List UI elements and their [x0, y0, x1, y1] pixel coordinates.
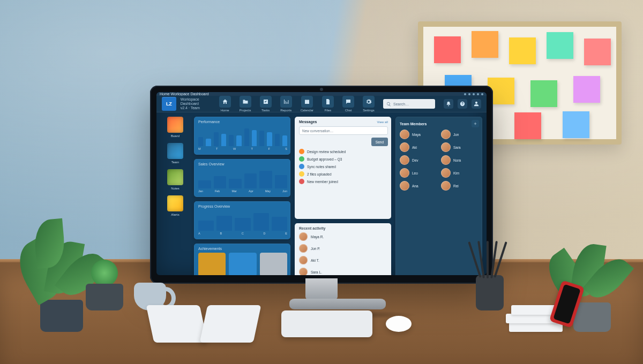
toolbar-calendar[interactable]: Calendar	[301, 96, 313, 112]
card-sales[interactable]: Sales Overview JanFebMarAprMayJun	[194, 159, 290, 197]
message-text: New member joined	[307, 180, 338, 184]
app-toolbar: LZ Workspace Dashboard v2.4 · Team Home …	[156, 96, 487, 112]
send-button[interactable]: Send	[371, 138, 388, 146]
avatar	[299, 268, 308, 275]
message-row[interactable]: Design review scheduled	[299, 149, 388, 154]
add-member-button[interactable]	[472, 120, 479, 127]
notifications-button[interactable]	[444, 99, 453, 109]
menubar-status-icons	[464, 93, 483, 95]
status-dot-icon	[299, 164, 304, 169]
status-dot-icon	[299, 171, 304, 177]
card-achievements[interactable]: Achievements	[194, 244, 290, 275]
avatar	[299, 232, 308, 241]
bar	[259, 131, 264, 146]
sidebar-item-notes[interactable]: Notes	[167, 169, 183, 190]
activity-person[interactable]: Aki T.	[299, 256, 388, 264]
team-member[interactable]: Aki	[400, 142, 438, 152]
member-name: Leo	[412, 171, 418, 175]
sidebar-item-team[interactable]: Team	[167, 143, 183, 164]
bar	[252, 130, 257, 146]
sidebar-item-board[interactable]: Board	[167, 117, 183, 138]
team-member[interactable]: Jon	[441, 130, 479, 139]
badge-row	[198, 253, 287, 275]
axis-tick: Feb	[215, 189, 220, 193]
compose-input[interactable]: New conversation…	[299, 126, 388, 135]
file-icon	[322, 96, 334, 108]
toolbar-tasks[interactable]: Tasks	[260, 96, 272, 112]
brand-subtitle: Workspace Dashboard v2.4 · Team	[181, 97, 211, 110]
avatar	[441, 130, 451, 139]
activity-person[interactable]: Maya R.	[299, 232, 388, 241]
sidebar-item-alerts[interactable]: Alerts	[167, 195, 183, 216]
toolbar-files[interactable]: Files	[322, 96, 334, 112]
toolbar-items: Home Projects Tasks Reports Calendar	[219, 96, 375, 112]
search-input[interactable]: Search…	[383, 99, 435, 109]
team-member[interactable]: Leo	[400, 168, 438, 178]
badge-silver-icon	[260, 253, 287, 275]
card-performance[interactable]: Performance MTWTFS	[194, 117, 290, 155]
axis-tick: Apr	[249, 189, 253, 193]
card-team: Team Members MayaJonAkiSaraDevNoraLeoKim…	[395, 117, 482, 275]
chart-icon	[280, 96, 292, 108]
avatar	[400, 142, 409, 152]
team-member[interactable]: Sara	[441, 142, 479, 152]
team-member[interactable]: Rei	[441, 181, 479, 191]
team-member[interactable]: Kim	[441, 168, 479, 178]
axis-tick: Jan	[198, 189, 203, 193]
view-all-link[interactable]: View all	[377, 120, 388, 124]
avatar	[400, 181, 409, 191]
sticky-note	[472, 31, 498, 58]
activity-person[interactable]: Jon P.	[299, 244, 388, 253]
bar	[229, 179, 242, 188]
card-title: Sales Overview	[198, 162, 287, 166]
app-window: Home Workspace Dashboard LZ Workspace Da…	[156, 92, 487, 275]
toolbar-settings[interactable]: Settings	[363, 96, 375, 112]
activity-person[interactable]: Sara L.	[299, 268, 388, 275]
toolbar-projects[interactable]: Projects	[240, 96, 251, 112]
bar	[253, 213, 269, 231]
team-member[interactable]: Dev	[400, 155, 438, 165]
message-row[interactable]: New member joined	[299, 179, 388, 184]
search-icon	[386, 102, 391, 107]
bar-chart-sales	[198, 168, 287, 188]
toolbar-label: Tasks	[261, 109, 270, 112]
sticky-note	[573, 76, 600, 103]
bar	[235, 218, 250, 231]
message-row[interactable]: Sync notes shared	[299, 164, 388, 169]
axis-tick: C	[242, 232, 244, 235]
help-button[interactable]	[458, 99, 467, 109]
card-title: Progress Overview	[198, 204, 287, 208]
message-row[interactable]: Budget approved – Q3	[299, 156, 388, 162]
bell-icon	[446, 101, 451, 107]
bar-chart-performance	[198, 126, 287, 146]
toolbar-chat[interactable]: Chat	[342, 96, 354, 112]
axis-tick: T	[216, 147, 218, 150]
bar	[244, 128, 249, 146]
team-member[interactable]: Maya	[400, 130, 438, 139]
bar	[221, 134, 226, 146]
profile-button[interactable]	[472, 99, 481, 109]
card-progress[interactable]: Progress Overview ABCDE	[194, 201, 290, 239]
sticky-note	[434, 36, 461, 63]
brand-logo[interactable]: LZ	[162, 97, 176, 111]
bar	[198, 221, 214, 231]
folder-icon	[240, 96, 251, 108]
activity-people: Maya R.Jon P.Aki T.Sara L.	[299, 232, 388, 275]
search-placeholder: Search…	[393, 102, 409, 106]
team-member[interactable]: Nora	[441, 155, 479, 165]
team-member[interactable]: Ana	[400, 181, 438, 191]
toolbar-home[interactable]: Home	[219, 96, 231, 112]
message-text: 2 files uploaded	[307, 172, 332, 176]
toolbar-reports[interactable]: Reports	[280, 96, 292, 112]
message-row[interactable]: 2 files uploaded	[299, 171, 388, 177]
status-dot-icon	[299, 149, 304, 154]
column-left: Performance MTWTFS Sales Overview JanFeb…	[194, 117, 290, 275]
bar	[272, 217, 287, 231]
toolbar-actions	[444, 99, 481, 109]
menubar-left-text: Home Workspace Dashboard	[160, 92, 209, 96]
gear-icon	[363, 96, 375, 108]
bar	[275, 175, 288, 188]
sticky-note	[530, 80, 557, 107]
member-name: Nora	[453, 158, 461, 162]
panel-title: Team Members	[400, 122, 427, 126]
